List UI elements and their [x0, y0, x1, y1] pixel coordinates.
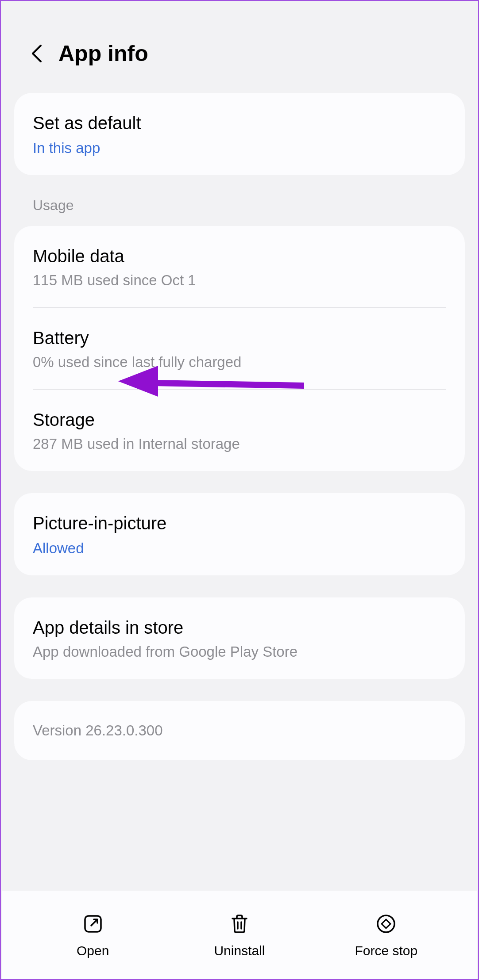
open-label: Open: [77, 943, 109, 958]
pip-card: Picture-in-picture Allowed: [14, 493, 465, 575]
version-text: Version 26.23.0.300: [33, 722, 446, 739]
set-default-item[interactable]: Set as default In this app: [14, 93, 465, 175]
mobile-data-sub: 115 MB used since Oct 1: [33, 272, 446, 289]
page-title: App info: [58, 41, 148, 66]
battery-sub: 0% used since last fully charged: [33, 354, 446, 371]
battery-title: Battery: [33, 326, 446, 349]
version-card: Version 26.23.0.300: [14, 701, 465, 760]
bottom-bar: Open Uninstall Force stop: [2, 891, 477, 979]
usage-label: Usage: [1, 197, 478, 226]
mobile-data-item[interactable]: Mobile data 115 MB used since Oct 1: [14, 226, 465, 307]
set-default-title: Set as default: [33, 111, 446, 134]
set-default-card: Set as default In this app: [14, 93, 465, 175]
force-stop-label: Force stop: [355, 943, 417, 958]
store-card: App details in store App downloaded from…: [14, 597, 465, 679]
pip-sub: Allowed: [33, 540, 446, 557]
storage-title: Storage: [33, 408, 446, 431]
store-item[interactable]: App details in store App downloaded from…: [14, 597, 465, 679]
battery-item[interactable]: Battery 0% used since last fully charged: [14, 308, 465, 389]
store-sub: App downloaded from Google Play Store: [33, 643, 446, 660]
stop-icon: [374, 911, 398, 936]
uninstall-button[interactable]: Uninstall: [166, 911, 313, 958]
svg-point-1: [378, 915, 394, 932]
pip-title: Picture-in-picture: [33, 512, 446, 535]
back-icon[interactable]: [27, 45, 45, 62]
pip-item[interactable]: Picture-in-picture Allowed: [14, 493, 465, 575]
open-icon: [81, 911, 105, 936]
uninstall-label: Uninstall: [214, 943, 265, 958]
usage-card: Mobile data 115 MB used since Oct 1 Batt…: [14, 226, 465, 471]
storage-item[interactable]: Storage 287 MB used in Internal storage: [14, 390, 465, 471]
mobile-data-title: Mobile data: [33, 245, 446, 268]
store-title: App details in store: [33, 616, 446, 639]
header: App info: [1, 1, 478, 93]
trash-icon: [227, 911, 252, 936]
set-default-sub: In this app: [33, 140, 446, 157]
force-stop-button[interactable]: Force stop: [313, 911, 460, 958]
storage-sub: 287 MB used in Internal storage: [33, 436, 446, 452]
open-button[interactable]: Open: [19, 911, 166, 958]
